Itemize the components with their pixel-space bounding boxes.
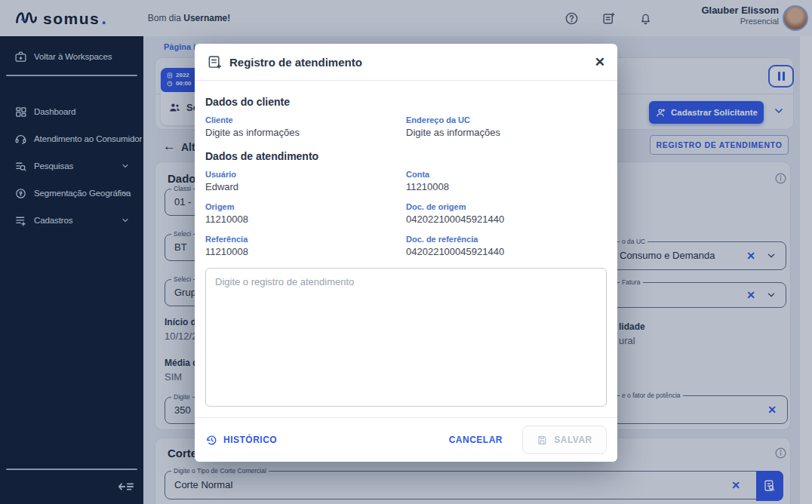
registro-atendimento-modal: Registro de atendimento ✕ Dados do clien… [195,44,617,462]
modal-title: Registro de atendimento [229,56,362,69]
field-conta: Conta 11210008 [406,170,607,192]
field-referencia: Referência 11210008 [205,235,406,257]
field-endereco-uc: Endereço da UC Digite as informações [406,115,607,138]
field-doc-referencia: Doc. de referência 042022100045921440 [406,235,607,257]
salvar-button[interactable]: SALVAR [522,426,607,454]
historico-button[interactable]: HISTÓRICO [205,434,277,447]
field-origem: Origem 11210008 [205,202,406,225]
salvar-label: SALVAR [554,435,592,445]
registro-textarea[interactable] [205,268,607,407]
modal-footer: HISTÓRICO CANCELAR SALVAR [195,417,617,462]
section-title-atendimento: Dados de atendimento [205,150,607,162]
section-title-cliente: Dados do cliente [205,96,607,108]
note-add-icon [207,54,222,69]
save-icon [537,435,548,446]
historico-label: HISTÓRICO [223,435,277,445]
field-cliente: Cliente Digite as informações [205,115,406,138]
cancelar-button[interactable]: CANCELAR [449,435,503,445]
field-doc-origem: Doc. de origem 042022100045921440 [406,202,607,225]
modal-body: Dados do cliente Cliente Digite as infor… [195,81,617,417]
close-icon[interactable]: ✕ [595,54,605,70]
field-usuario: Usuário Edward [205,170,406,192]
modal-header: Registro de atendimento ✕ [195,44,617,81]
history-icon [205,434,218,447]
app-window: somus. Bom dia Username! Glauber Elissom… [0,0,812,504]
